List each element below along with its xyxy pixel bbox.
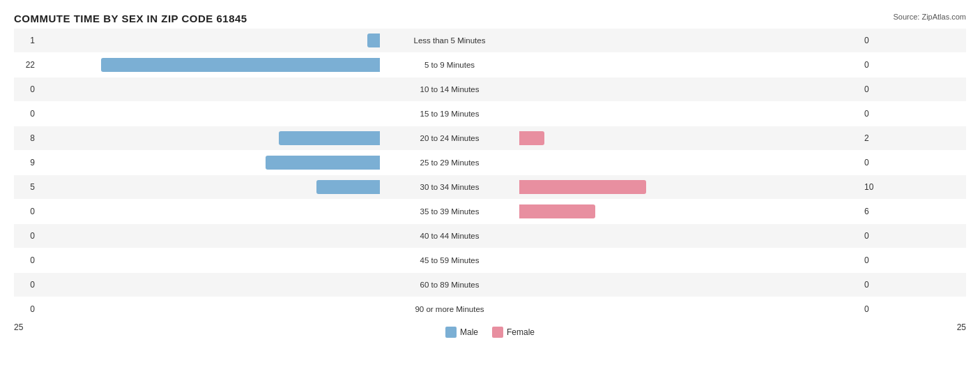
female-value: 0 — [861, 84, 885, 94]
male-bar-container — [38, 229, 380, 243]
chart-row: 8 20 to 24 Minutes 2 — [14, 126, 966, 150]
chart-row: 0 15 to 19 Minutes 0 — [14, 102, 966, 126]
female-bar-container — [519, 180, 861, 194]
axis-right-label: 25 — [957, 322, 966, 338]
male-value: 9 — [14, 158, 38, 167]
male-value: 22 — [14, 60, 38, 70]
male-bar — [266, 156, 380, 170]
female-bar-container — [519, 253, 861, 267]
female-value: 0 — [861, 36, 885, 45]
female-bar-container — [519, 229, 861, 243]
male-value: 5 — [14, 182, 38, 192]
male-bar — [367, 33, 380, 47]
female-bar-container — [519, 156, 861, 170]
chart-row: 0 40 to 44 Minutes 0 — [14, 224, 966, 248]
female-value: 6 — [861, 207, 885, 216]
male-bar-container — [38, 156, 380, 170]
chart-row: 9 25 to 29 Minutes 0 — [14, 151, 966, 174]
male-value: 8 — [14, 133, 38, 143]
legend-male-label: Male — [460, 327, 478, 337]
row-label: Less than 5 Minutes — [380, 36, 519, 45]
male-bar-container — [38, 278, 380, 292]
female-value: 0 — [861, 60, 885, 70]
female-bar — [519, 131, 544, 145]
legend-female-label: Female — [507, 327, 535, 337]
row-label: 90 or more Minutes — [380, 305, 519, 313]
row-label: 5 to 9 Minutes — [380, 61, 519, 69]
female-value: 0 — [861, 231, 885, 241]
axis-labels: 25 Male Female 25 — [14, 322, 966, 338]
source-label: Source: ZipAtlas.com — [893, 13, 966, 21]
male-bar — [101, 58, 380, 72]
chart-title: COMMUTE TIME BY SEX IN ZIP CODE 61845 — [14, 13, 966, 24]
legend-male: Male — [445, 327, 478, 338]
female-bar-container — [519, 82, 861, 96]
male-value: 0 — [14, 231, 38, 241]
female-value: 0 — [861, 304, 885, 314]
axis-left-label: 25 — [14, 322, 23, 338]
legend-male-box — [445, 327, 457, 338]
male-bar-container — [38, 107, 380, 121]
male-bar-container — [38, 204, 380, 218]
male-bar-container — [38, 302, 380, 316]
female-bar-container — [519, 278, 861, 292]
chart-row: 1 Less than 5 Minutes 0 — [14, 29, 966, 52]
male-bar — [316, 180, 380, 194]
female-value: 10 — [861, 182, 885, 192]
female-value: 0 — [861, 109, 885, 119]
female-value: 2 — [861, 133, 885, 143]
row-label: 30 to 34 Minutes — [380, 183, 519, 191]
chart-row: 0 90 or more Minutes 0 — [14, 297, 966, 321]
female-bar — [519, 180, 646, 194]
female-bar-container — [519, 204, 861, 218]
female-value: 0 — [861, 280, 885, 290]
male-value: 0 — [14, 255, 38, 265]
male-bar — [279, 131, 380, 145]
male-value: 0 — [14, 84, 38, 94]
female-bar-container — [519, 33, 861, 47]
male-bar-container — [38, 58, 380, 72]
female-value: 0 — [861, 255, 885, 265]
male-value: 0 — [14, 109, 38, 119]
row-label: 45 to 59 Minutes — [380, 256, 519, 265]
legend-female: Female — [492, 327, 535, 338]
chart-row: 0 35 to 39 Minutes 6 — [14, 200, 966, 223]
female-bar-container — [519, 302, 861, 316]
chart-row: 5 30 to 34 Minutes 10 — [14, 175, 966, 199]
row-label: 40 to 44 Minutes — [380, 232, 519, 240]
row-label: 35 to 39 Minutes — [380, 207, 519, 216]
row-label: 25 to 29 Minutes — [380, 158, 519, 167]
female-value: 0 — [861, 158, 885, 167]
female-bar — [519, 204, 595, 218]
male-value: 1 — [14, 36, 38, 45]
male-bar-container — [38, 131, 380, 145]
male-bar-container — [38, 33, 380, 47]
row-label: 15 to 19 Minutes — [380, 110, 519, 118]
row-label: 60 to 89 Minutes — [380, 281, 519, 289]
chart-row: 0 45 to 59 Minutes 0 — [14, 248, 966, 272]
chart-container: COMMUTE TIME BY SEX IN ZIP CODE 61845 So… — [0, 0, 980, 365]
chart-row: 0 60 to 89 Minutes 0 — [14, 273, 966, 297]
legend-female-box — [492, 327, 503, 338]
male-value: 0 — [14, 207, 38, 216]
female-bar-container — [519, 131, 861, 145]
chart-row: 22 5 to 9 Minutes 0 — [14, 53, 966, 77]
row-label: 20 to 24 Minutes — [380, 134, 519, 142]
male-value: 0 — [14, 280, 38, 290]
legend-area: Male Female — [445, 327, 535, 338]
female-bar-container — [519, 107, 861, 121]
male-bar-container — [38, 253, 380, 267]
male-value: 0 — [14, 304, 38, 314]
row-label: 10 to 14 Minutes — [380, 85, 519, 94]
chart-row: 0 10 to 14 Minutes 0 — [14, 77, 966, 101]
male-bar-container — [38, 82, 380, 96]
chart-area: 1 Less than 5 Minutes 0 22 5 to 9 Minute… — [14, 29, 966, 321]
female-bar-container — [519, 58, 861, 72]
male-bar-container — [38, 180, 380, 194]
